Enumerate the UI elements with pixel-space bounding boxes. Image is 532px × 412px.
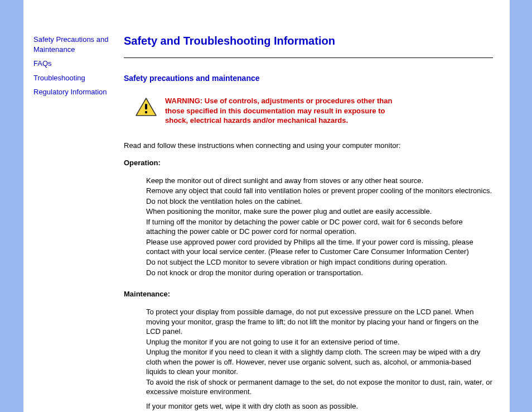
list-item: To protect your display from possible da… bbox=[146, 307, 493, 337]
svg-rect-1 bbox=[145, 104, 147, 109]
list-item: When positioning the monitor, make sure … bbox=[146, 207, 493, 217]
left-decorative-bar bbox=[0, 0, 23, 412]
nav-link-safety[interactable]: Safety Precautions and Maintenance bbox=[33, 35, 118, 54]
list-item: To avoid the risk of shock or permanent … bbox=[146, 377, 493, 397]
maintenance-list: To protect your display from possible da… bbox=[146, 307, 493, 412]
svg-point-2 bbox=[145, 111, 147, 113]
page-title: Safety and Troubleshooting Information bbox=[124, 35, 493, 47]
list-item: Unplug the monitor if you are not going … bbox=[146, 337, 493, 347]
section-heading: Safety precautions and maintenance bbox=[124, 74, 493, 83]
intro-text: Read and follow these instructions when … bbox=[124, 141, 493, 150]
nav-link-faqs[interactable]: FAQs bbox=[33, 59, 118, 69]
list-item: If your monitor gets wet, wipe it with d… bbox=[146, 401, 493, 411]
warning-block: WARNING: Use of controls, adjustments or… bbox=[135, 96, 493, 126]
list-item: Please use approved power cord provided … bbox=[146, 237, 493, 257]
operation-heading: Operation: bbox=[124, 159, 493, 167]
list-item: Unplug the monitor if you need to clean … bbox=[146, 347, 493, 377]
main-content: Safety and Troubleshooting Information S… bbox=[124, 0, 510, 412]
list-item: If turning off the monitor by detaching … bbox=[146, 217, 493, 237]
maintenance-heading: Maintenance: bbox=[124, 290, 493, 298]
warning-icon bbox=[135, 97, 157, 117]
warning-text: WARNING: Use of controls, adjustments or… bbox=[165, 96, 399, 126]
nav-link-troubleshooting[interactable]: Troubleshooting bbox=[33, 73, 118, 83]
list-item: Keep the monitor out of direct sunlight … bbox=[146, 176, 493, 186]
list-item: Remove any object that could fall into v… bbox=[146, 186, 493, 196]
operation-list: Keep the monitor out of direct sunlight … bbox=[146, 176, 493, 277]
list-item: Do not block the ventilation holes on th… bbox=[146, 197, 493, 207]
sidebar-nav: Safety Precautions and Maintenance FAQs … bbox=[23, 0, 124, 412]
nav-link-regulatory[interactable]: Regulatory Information bbox=[33, 87, 118, 97]
divider bbox=[124, 58, 493, 58]
list-item: Do not knock or drop the monitor during … bbox=[146, 268, 493, 278]
list-item: Do not subject the LCD monitor to severe… bbox=[146, 257, 493, 267]
right-decorative-bar bbox=[510, 0, 532, 412]
